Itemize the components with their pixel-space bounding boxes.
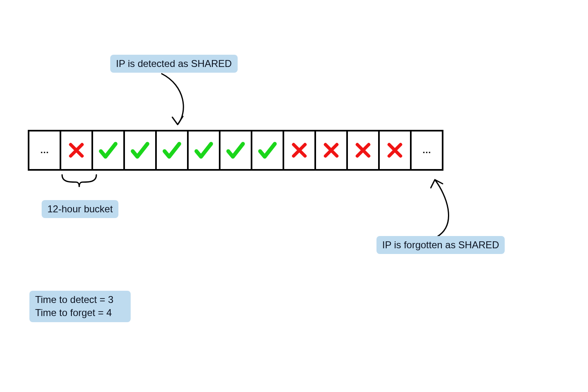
bucket-cell: … [410, 130, 443, 171]
x-icon [385, 140, 405, 160]
bucket-cell [123, 130, 157, 171]
callout-bucket: 12-hour bucket [42, 200, 118, 218]
callout-forgotten: IP is forgotten as SHARED [376, 236, 505, 254]
bucket-cell [378, 130, 412, 171]
arrow-forgotten-icon [412, 172, 470, 241]
check-icon [256, 139, 278, 161]
bucket-cell: … [28, 130, 61, 171]
ellipsis-icon: … [40, 145, 49, 156]
x-icon [67, 140, 86, 160]
check-icon [97, 139, 119, 161]
arrow-detected-icon [139, 71, 204, 137]
bucket-cell [91, 130, 125, 171]
bucket-cell [219, 130, 252, 171]
check-icon [129, 139, 151, 161]
param-detect: Time to detect = 3 [35, 293, 125, 306]
param-forget: Time to forget = 4 [35, 306, 125, 319]
x-icon [290, 140, 309, 160]
x-icon [321, 140, 341, 160]
bucket-cell [283, 130, 316, 171]
bucket-cell [60, 130, 93, 171]
x-icon [353, 140, 373, 160]
bucket-cell [251, 130, 284, 171]
bucket-cell [155, 130, 189, 171]
brace-icon [60, 172, 99, 192]
check-icon [161, 139, 183, 161]
bucket-row: …… [28, 130, 443, 171]
bucket-cell [187, 130, 220, 171]
check-icon [193, 139, 215, 161]
callout-parameters: Time to detect = 3 Time to forget = 4 [29, 291, 131, 322]
bucket-cell [346, 130, 380, 171]
bucket-cell [314, 130, 348, 171]
callout-detected: IP is detected as SHARED [110, 55, 238, 73]
check-icon [225, 139, 247, 161]
ellipsis-icon: … [422, 145, 431, 156]
diagram-canvas: IP is detected as SHARED …… 12-hour buck… [0, 0, 588, 392]
